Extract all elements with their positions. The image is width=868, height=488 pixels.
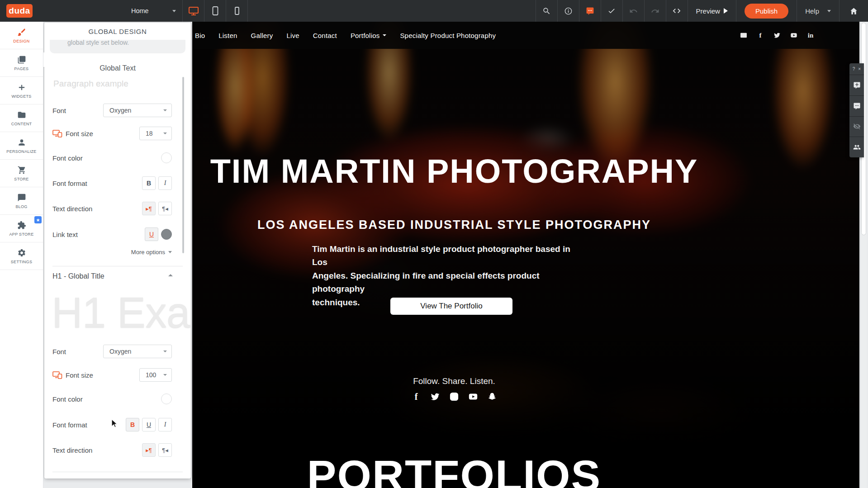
puzzle-icon — [17, 221, 26, 230]
sidebar-item-settings[interactable]: SETTINGS — [0, 242, 43, 270]
sidebar-item-app-store[interactable]: APP STORE ★ — [0, 215, 43, 242]
duda-editor: duda Home — [0, 0, 868, 488]
sidebar-item-widgets[interactable]: WIDGETS — [0, 77, 43, 104]
snapchat-icon[interactable] — [487, 392, 497, 402]
nav-item-contact[interactable]: Contact — [313, 32, 337, 39]
publish-button[interactable]: Publish — [745, 4, 788, 19]
font-color-swatch[interactable] — [161, 152, 172, 163]
font-size-select[interactable]: 18 — [139, 127, 172, 140]
nav-item-listen[interactable]: Listen — [218, 32, 237, 39]
youtube-icon[interactable] — [468, 392, 478, 402]
help-icon[interactable]: ? — [853, 66, 855, 71]
close-icon[interactable]: × — [858, 66, 861, 71]
site-description-line: Angeles. Specializing in fire and specia… — [312, 269, 583, 296]
nav-item-live[interactable]: Live — [286, 32, 299, 39]
h1-font-format-row: Font format B U I — [52, 417, 183, 432]
h1-font-select[interactable]: Oxygen — [103, 345, 172, 358]
more-options-link[interactable]: More options — [131, 249, 172, 256]
site-description-line: Tim Martin is an industrial style produc… — [312, 242, 583, 269]
twitter-icon[interactable] — [773, 32, 781, 39]
facebook-icon[interactable]: f — [411, 392, 421, 402]
font-label: Font — [52, 348, 66, 355]
tablet-view-button[interactable] — [204, 0, 226, 22]
panel-title: GLOBAL DESIGN — [89, 28, 147, 35]
h1-bold-button[interactable]: B — [126, 418, 139, 431]
page-selector[interactable]: Home — [105, 0, 183, 22]
view-portfolio-button[interactable]: View The Portfolio — [390, 298, 512, 315]
device-switcher — [183, 0, 248, 22]
preview-button[interactable]: Preview — [688, 0, 736, 22]
youtube-icon[interactable] — [790, 32, 797, 39]
app-store-badge: ★ — [34, 216, 42, 223]
undo-icon — [629, 7, 638, 15]
sidebar-item-label: CONTENT — [11, 122, 32, 126]
sidebar-item-label: BLOG — [15, 204, 27, 209]
comments-button[interactable] — [849, 96, 864, 117]
collaboration-toolbar: ? × — [849, 63, 864, 157]
h1-font-color-row: Font color — [52, 392, 183, 406]
h1-font-size-select[interactable]: 100 — [139, 368, 172, 382]
link-color-swatch[interactable] — [161, 229, 172, 240]
help-menu[interactable]: Help — [797, 0, 839, 22]
add-comment-button[interactable] — [849, 75, 864, 96]
italic-button[interactable]: I — [158, 176, 172, 190]
direction-rtl-button[interactable]: ¶◂ — [158, 202, 172, 215]
h1-direction-ltr-button[interactable]: ▸¶ — [142, 443, 156, 457]
comment-dots-icon — [853, 102, 861, 110]
direction-ltr-button[interactable]: ▸¶ — [142, 202, 156, 215]
undo-button[interactable] — [622, 0, 644, 22]
search-button[interactable] — [536, 0, 557, 22]
gear-icon — [17, 248, 26, 257]
dev-mode-button[interactable] — [666, 0, 688, 22]
check-icon — [607, 7, 616, 15]
collaborators-button[interactable] — [849, 137, 864, 157]
redo-button[interactable] — [644, 0, 666, 22]
panel-header: GLOBAL DESIGN — [44, 23, 191, 40]
chevron-up-icon[interactable] — [168, 274, 173, 276]
eye-slash-icon — [853, 123, 861, 130]
h1-font-select-value: Oxygen — [109, 348, 131, 355]
responsive-devices-icon — [52, 130, 62, 137]
mobile-view-button[interactable] — [226, 0, 248, 22]
h1-direction-rtl-button[interactable]: ¶◂ — [158, 443, 172, 457]
link-underline-button[interactable]: U — [145, 227, 158, 241]
sidebar-item-personalize[interactable]: PERSONALIZE — [0, 132, 43, 160]
bold-button[interactable]: B — [142, 176, 156, 190]
panel-scrollbar[interactable] — [182, 77, 184, 253]
hide-comments-button[interactable] — [849, 117, 864, 137]
mobile-icon — [232, 5, 242, 16]
font-select[interactable]: Oxygen — [103, 104, 172, 117]
h1-section-heading: H1 - Global Title — [52, 272, 104, 280]
more-options-label: More options — [131, 249, 165, 256]
info-button[interactable] — [557, 0, 579, 22]
feedback-button[interactable] — [579, 0, 601, 22]
duda-logo[interactable]: duda — [6, 4, 33, 18]
toolbar-right-actions: Preview Publish Help — [536, 0, 868, 22]
chevron-down-icon — [163, 374, 167, 376]
email-icon[interactable] — [740, 32, 747, 39]
facebook-icon[interactable]: f — [757, 32, 764, 39]
font-format-label: Font format — [52, 180, 87, 187]
cart-icon — [17, 166, 26, 175]
linkedin-icon[interactable]: in — [807, 32, 814, 39]
sidebar-item-blog[interactable]: BLOG — [0, 187, 43, 215]
saved-indicator[interactable] — [601, 0, 622, 22]
h1-italic-button[interactable]: I — [158, 418, 172, 431]
chevron-down-icon — [168, 251, 172, 253]
nav-item-gallery[interactable]: Gallery — [251, 32, 273, 39]
h1-underline-button[interactable]: U — [142, 418, 156, 431]
dashboard-home-button[interactable] — [839, 0, 868, 22]
nav-item-bio[interactable]: Bio — [195, 32, 205, 39]
font-select-value: Oxygen — [109, 107, 131, 114]
nav-item-specialty[interactable]: Specialty Product Photography — [400, 32, 496, 39]
sidebar-item-store[interactable]: STORE — [0, 160, 43, 187]
h1-font-color-swatch[interactable] — [161, 393, 172, 404]
sidebar-item-design[interactable]: DESIGN — [0, 22, 43, 49]
sidebar-item-pages[interactable]: PAGES — [0, 49, 43, 77]
nav-item-portfolios[interactable]: Portfolios — [351, 32, 387, 39]
twitter-icon[interactable] — [430, 392, 440, 402]
instagram-icon[interactable] — [449, 392, 459, 402]
chevron-down-icon — [163, 109, 167, 111]
desktop-view-button[interactable] — [183, 0, 204, 22]
sidebar-item-content[interactable]: CONTENT — [0, 104, 43, 132]
